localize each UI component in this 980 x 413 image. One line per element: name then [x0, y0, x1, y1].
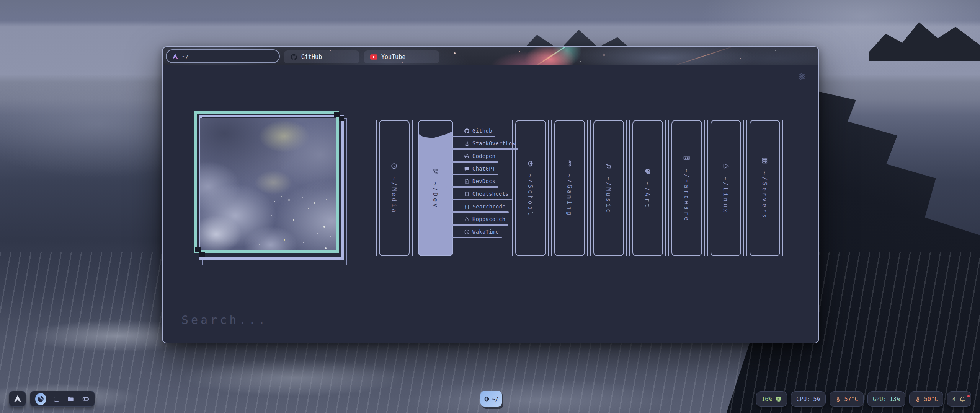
- notification-count: 4: [952, 396, 956, 403]
- link-searchcode[interactable]: {} Searchcode: [446, 203, 509, 213]
- codepen-icon: [464, 153, 470, 159]
- gpu-label: GPU:: [873, 396, 887, 403]
- link-label: Hoppscotch: [472, 216, 505, 222]
- shelf-divider: [782, 120, 783, 256]
- graduation-cap-icon: [527, 159, 534, 167]
- memory-value: 16%: [761, 396, 772, 403]
- book-label: ~/Dev: [432, 182, 439, 208]
- book-icon: [464, 191, 470, 197]
- link-wakatime[interactable]: WakaTime: [446, 228, 502, 238]
- thermometer-icon: [915, 396, 921, 402]
- tab-home-active[interactable]: ~/: [166, 49, 280, 63]
- document-icon: [464, 179, 470, 184]
- book-hardware[interactable]: ~/Hardware: [671, 120, 702, 256]
- tab-label: YouTube: [381, 54, 405, 60]
- games-button[interactable]: [82, 395, 90, 403]
- system-status-row: 16% CPU: 5% 57°C GPU: 13%: [756, 391, 971, 407]
- link-devdocs[interactable]: DevDocs: [446, 177, 498, 188]
- dev-links-list: Github StackOverflow Codepen ChatGP: [446, 120, 510, 256]
- notifications-indicator[interactable]: 4: [947, 391, 971, 407]
- youtube-icon: [370, 54, 377, 60]
- link-cheatsheets[interactable]: Cheatsheets: [446, 190, 512, 200]
- shelf-divider: [412, 120, 413, 256]
- art-corner-handle: [195, 247, 201, 252]
- book-servers[interactable]: ~/Servers: [750, 120, 780, 256]
- book-label: ~/Servers: [761, 171, 768, 219]
- link-label: Cheatsheets: [472, 191, 509, 197]
- notification-badge: [967, 395, 970, 397]
- tux-penguin-icon: [722, 162, 730, 169]
- window-button[interactable]: [54, 397, 59, 402]
- github-icon: [464, 128, 470, 134]
- book-school[interactable]: ~/School: [515, 120, 546, 256]
- taskbar-dock: [30, 391, 95, 407]
- arch-logo-icon: [13, 395, 22, 403]
- cpu-label: CPU:: [796, 396, 810, 403]
- link-label: StackOverflow: [472, 140, 515, 146]
- shelf-divider: [376, 120, 377, 256]
- music-notes-icon: [605, 162, 612, 169]
- book-gaming[interactable]: ~/Gaming: [554, 120, 585, 256]
- link-label: WakaTime: [472, 229, 499, 235]
- book-slot: ~/Media: [376, 120, 413, 256]
- book-slot: ~/Linux: [707, 120, 744, 256]
- server-rack-icon: [761, 157, 769, 164]
- link-label: Github: [472, 128, 492, 134]
- painting-stars: [269, 198, 270, 199]
- cpu-temp-indicator: 57°C: [830, 391, 864, 407]
- book-media[interactable]: ~/Media: [379, 120, 410, 256]
- clock-icon: [464, 229, 470, 235]
- book-art[interactable]: ~/Art: [632, 120, 663, 256]
- book-label: ~/Media: [391, 176, 398, 214]
- launcher-button[interactable]: [9, 391, 26, 407]
- book-label: ~/Music: [605, 176, 612, 214]
- tab-label: GitHub: [301, 54, 322, 60]
- book-slot: ~/School: [512, 120, 549, 256]
- shelf-divider: [743, 120, 744, 256]
- link-stackoverflow[interactable]: StackOverflow: [446, 140, 518, 150]
- droplet-icon: [464, 216, 470, 222]
- git-branch-icon: [432, 167, 439, 175]
- album-art-block: [194, 111, 351, 268]
- palette-icon: [644, 167, 652, 175]
- book-label: ~/Hardware: [683, 168, 690, 222]
- firefox-icon: [36, 395, 45, 403]
- link-github[interactable]: Github: [446, 127, 495, 137]
- globe-icon: [484, 396, 490, 402]
- gpu-value: 13%: [890, 396, 900, 403]
- gpu-indicator: GPU: 13%: [867, 391, 905, 407]
- gpu-temp-indicator: 50°C: [909, 391, 943, 407]
- tabbar-wallpaper-streak: [673, 46, 735, 66]
- files-button[interactable]: [67, 395, 74, 403]
- settings-sliders-icon[interactable]: [796, 71, 808, 82]
- shelf-divider: [746, 120, 747, 256]
- link-chatgpt[interactable]: ChatGPT: [446, 165, 498, 175]
- thermometer-icon: [835, 396, 841, 402]
- link-label: Searchcode: [473, 203, 506, 210]
- book-linux[interactable]: ~/Linux: [710, 120, 741, 256]
- book-music[interactable]: ~/Music: [593, 120, 624, 256]
- gpu-temp-value: 50°C: [924, 396, 938, 403]
- stackoverflow-icon: [464, 141, 470, 146]
- link-label: DevDocs: [472, 178, 495, 184]
- bell-icon: [959, 396, 966, 403]
- browser-tab-bar: ~/ GitHub YouTube: [163, 47, 818, 65]
- link-label: ChatGPT: [472, 166, 495, 172]
- book-slot: ~/Gaming: [551, 120, 588, 256]
- art-corner-handle: [199, 252, 205, 257]
- search-input[interactable]: [180, 311, 767, 333]
- book-slot: ~/Music: [590, 120, 627, 256]
- tab-github[interactable]: GitHub: [284, 50, 359, 63]
- link-codepen[interactable]: Codepen: [446, 152, 498, 163]
- shelf-divider: [707, 120, 708, 256]
- link-hoppscotch[interactable]: Hoppscotch: [446, 215, 508, 226]
- shelf-divider: [626, 120, 627, 256]
- tabbar-wallpaper-streak: [535, 46, 577, 67]
- firefox-button[interactable]: [35, 393, 46, 405]
- taskbar-active-window[interactable]: ~/: [480, 391, 502, 407]
- ram-chip-icon: [775, 396, 782, 403]
- cpu-indicator: CPU: 5%: [791, 391, 825, 407]
- tab-youtube[interactable]: YouTube: [364, 50, 439, 63]
- tab-label: ~/: [182, 54, 189, 59]
- art-corner-handle: [339, 116, 344, 121]
